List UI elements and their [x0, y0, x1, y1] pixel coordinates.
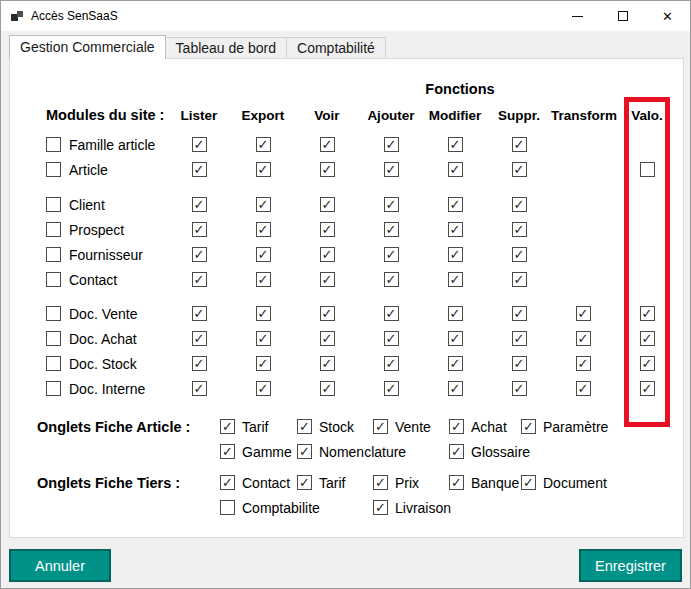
module-checkbox-contact[interactable] [46, 272, 61, 287]
fiche-tiers-checkbox-prix[interactable]: ✓ [373, 475, 388, 490]
function-checkbox-prospect-lister[interactable]: ✓ [192, 222, 207, 237]
save-button[interactable]: Enregistrer [579, 549, 682, 582]
function-checkbox-doc-stock-export[interactable]: ✓ [256, 356, 271, 371]
module-checkbox-fournisseur[interactable] [46, 247, 61, 262]
module-checkbox-doc-stock[interactable] [46, 356, 61, 371]
function-checkbox-doc-stock-suppr[interactable]: ✓ [512, 356, 527, 371]
function-checkbox-doc-achat-ajouter[interactable]: ✓ [384, 331, 399, 346]
function-checkbox-doc-interne-lister[interactable]: ✓ [192, 381, 207, 396]
function-checkbox-doc-achat-transform[interactable]: ✓ [576, 331, 591, 346]
function-checkbox-prospect-ajouter[interactable]: ✓ [384, 222, 399, 237]
function-checkbox-famille-article-modifier[interactable]: ✓ [448, 137, 463, 152]
function-checkbox-doc-stock-transform[interactable]: ✓ [576, 356, 591, 371]
function-checkbox-doc-interne-voir[interactable]: ✓ [320, 381, 335, 396]
function-checkbox-doc-achat-voir[interactable]: ✓ [320, 331, 335, 346]
function-checkbox-famille-article-suppr[interactable]: ✓ [512, 137, 527, 152]
function-checkbox-doc-achat-valo[interactable]: ✓ [640, 331, 655, 346]
function-checkbox-contact-voir[interactable]: ✓ [320, 272, 335, 287]
function-checkbox-doc-stock-valo[interactable]: ✓ [640, 356, 655, 371]
function-checkbox-client-modifier[interactable]: ✓ [448, 197, 463, 212]
fiche-article-checkbox-vente[interactable]: ✓ [373, 419, 388, 434]
function-checkbox-fournisseur-ajouter[interactable]: ✓ [384, 247, 399, 262]
function-checkbox-doc-vente-modifier[interactable]: ✓ [448, 306, 463, 321]
fiche-tiers-checkbox-contact[interactable]: ✓ [220, 475, 235, 490]
function-checkbox-article-valo[interactable] [640, 162, 655, 177]
function-checkbox-fournisseur-suppr[interactable]: ✓ [512, 247, 527, 262]
function-checkbox-doc-stock-ajouter[interactable]: ✓ [384, 356, 399, 371]
function-checkbox-famille-article-ajouter[interactable]: ✓ [384, 137, 399, 152]
module-checkbox-article[interactable] [46, 162, 61, 177]
function-checkbox-doc-stock-modifier[interactable]: ✓ [448, 356, 463, 371]
minimize-button[interactable] [555, 1, 600, 31]
function-checkbox-client-export[interactable]: ✓ [256, 197, 271, 212]
function-checkbox-doc-vente-valo[interactable]: ✓ [640, 306, 655, 321]
function-checkbox-doc-vente-ajouter[interactable]: ✓ [384, 306, 399, 321]
function-checkbox-famille-article-lister[interactable]: ✓ [192, 137, 207, 152]
fiche-article-checkbox-stock[interactable]: ✓ [297, 419, 312, 434]
function-checkbox-article-suppr[interactable]: ✓ [512, 162, 527, 177]
fiche-article-checkbox-achat[interactable]: ✓ [449, 419, 464, 434]
function-checkbox-article-lister[interactable]: ✓ [192, 162, 207, 177]
fiche-tiers-checkbox-comptabilite[interactable] [220, 500, 235, 515]
module-checkbox-doc-achat[interactable] [46, 331, 61, 346]
fiche-article-checkbox-glossaire[interactable]: ✓ [449, 444, 464, 459]
function-checkbox-doc-achat-export[interactable]: ✓ [256, 331, 271, 346]
function-checkbox-article-export[interactable]: ✓ [256, 162, 271, 177]
function-checkbox-famille-article-voir[interactable]: ✓ [320, 137, 335, 152]
fiche-tiers-checkbox-document[interactable]: ✓ [521, 475, 536, 490]
function-checkbox-doc-stock-lister[interactable]: ✓ [192, 356, 207, 371]
function-checkbox-contact-ajouter[interactable]: ✓ [384, 272, 399, 287]
function-checkbox-doc-achat-suppr[interactable]: ✓ [512, 331, 527, 346]
function-checkbox-doc-vente-lister[interactable]: ✓ [192, 306, 207, 321]
function-checkbox-doc-interne-ajouter[interactable]: ✓ [384, 381, 399, 396]
tab-comptabilite[interactable]: Comptabilité [286, 37, 386, 58]
cancel-button[interactable]: Annuler [9, 549, 111, 582]
function-checkbox-famille-article-export[interactable]: ✓ [256, 137, 271, 152]
function-checkbox-fournisseur-modifier[interactable]: ✓ [448, 247, 463, 262]
function-checkbox-contact-suppr[interactable]: ✓ [512, 272, 527, 287]
module-checkbox-prospect[interactable] [46, 222, 61, 237]
function-checkbox-article-modifier[interactable]: ✓ [448, 162, 463, 177]
fiche-tiers-checkbox-tarif[interactable]: ✓ [297, 475, 312, 490]
function-checkbox-doc-stock-voir[interactable]: ✓ [320, 356, 335, 371]
module-checkbox-famille-article[interactable] [46, 137, 61, 152]
function-checkbox-client-suppr[interactable]: ✓ [512, 197, 527, 212]
function-checkbox-client-lister[interactable]: ✓ [192, 197, 207, 212]
function-checkbox-prospect-voir[interactable]: ✓ [320, 222, 335, 237]
module-checkbox-doc-vente[interactable] [46, 306, 61, 321]
fiche-article-checkbox-gamme[interactable]: ✓ [220, 444, 235, 459]
function-checkbox-doc-vente-transform[interactable]: ✓ [576, 306, 591, 321]
function-checkbox-fournisseur-lister[interactable]: ✓ [192, 247, 207, 262]
module-checkbox-client[interactable] [46, 197, 61, 212]
function-checkbox-doc-interne-transform[interactable]: ✓ [576, 381, 591, 396]
fiche-article-checkbox-tarif[interactable]: ✓ [220, 419, 235, 434]
close-button[interactable]: ✕ [645, 1, 690, 31]
function-checkbox-doc-achat-lister[interactable]: ✓ [192, 331, 207, 346]
function-checkbox-doc-interne-modifier[interactable]: ✓ [448, 381, 463, 396]
function-checkbox-doc-interne-export[interactable]: ✓ [256, 381, 271, 396]
function-checkbox-article-voir[interactable]: ✓ [320, 162, 335, 177]
module-checkbox-doc-interne[interactable] [46, 381, 61, 396]
function-checkbox-client-ajouter[interactable]: ✓ [384, 197, 399, 212]
fiche-tiers-checkbox-livraison[interactable]: ✓ [373, 500, 388, 515]
function-checkbox-doc-vente-voir[interactable]: ✓ [320, 306, 335, 321]
function-checkbox-contact-export[interactable]: ✓ [256, 272, 271, 287]
function-checkbox-prospect-suppr[interactable]: ✓ [512, 222, 527, 237]
function-checkbox-client-voir[interactable]: ✓ [320, 197, 335, 212]
function-checkbox-fournisseur-export[interactable]: ✓ [256, 247, 271, 262]
function-checkbox-article-ajouter[interactable]: ✓ [384, 162, 399, 177]
function-checkbox-prospect-modifier[interactable]: ✓ [448, 222, 463, 237]
function-checkbox-doc-interne-valo[interactable]: ✓ [640, 381, 655, 396]
function-checkbox-doc-vente-suppr[interactable]: ✓ [512, 306, 527, 321]
function-checkbox-doc-achat-modifier[interactable]: ✓ [448, 331, 463, 346]
tab-tableau-de-bord[interactable]: Tableau de bord [165, 37, 287, 58]
tab-gestion-commerciale[interactable]: Gestion Commerciale [9, 35, 166, 59]
function-checkbox-doc-interne-suppr[interactable]: ✓ [512, 381, 527, 396]
function-checkbox-fournisseur-voir[interactable]: ✓ [320, 247, 335, 262]
maximize-button[interactable] [600, 1, 645, 31]
function-checkbox-contact-modifier[interactable]: ✓ [448, 272, 463, 287]
function-checkbox-doc-vente-export[interactable]: ✓ [256, 306, 271, 321]
fiche-article-checkbox-param-tre[interactable]: ✓ [521, 419, 536, 434]
fiche-article-checkbox-nomenclature[interactable]: ✓ [297, 444, 312, 459]
function-checkbox-contact-lister[interactable]: ✓ [192, 272, 207, 287]
